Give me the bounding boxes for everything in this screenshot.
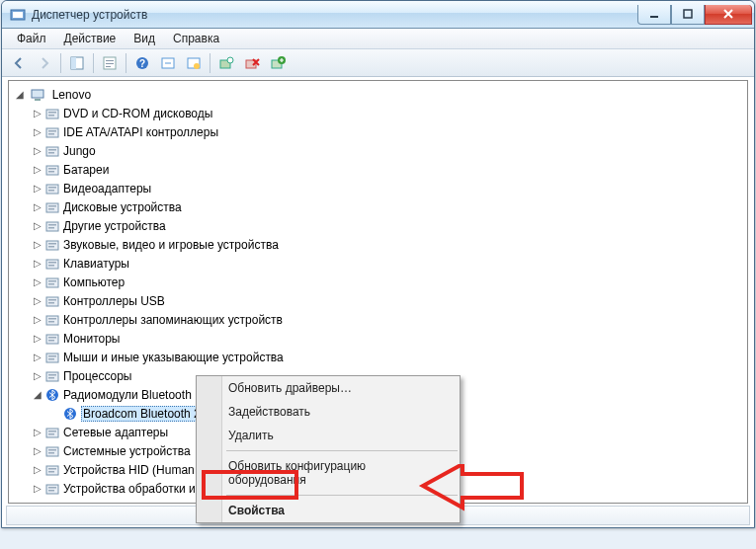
expand-icon[interactable]: ▷ xyxy=(33,349,42,366)
expand-icon[interactable]: ▷ xyxy=(33,442,42,460)
svg-rect-51 xyxy=(48,283,54,285)
help-toolbar-button[interactable]: ? xyxy=(130,51,154,75)
close-button[interactable] xyxy=(705,5,752,25)
svg-rect-39 xyxy=(48,208,54,210)
expand-icon[interactable]: ▷ xyxy=(33,461,42,479)
back-button[interactable] xyxy=(7,51,31,75)
expand-icon[interactable]: ▷ xyxy=(33,274,42,291)
enable-button[interactable] xyxy=(266,51,290,75)
tree-category[interactable]: ▷Контроллеры USB xyxy=(33,291,747,310)
svg-rect-25 xyxy=(46,128,58,137)
ctx-delete[interactable]: Удалить xyxy=(197,424,460,447)
tree-category[interactable]: ▷Компьютер xyxy=(33,273,747,291)
minimize-button[interactable] xyxy=(637,5,671,25)
tree-category[interactable]: ▷Мыши и иные указывающие устройства xyxy=(33,348,747,366)
action-toolbar-button-1[interactable] xyxy=(156,51,180,75)
svg-rect-57 xyxy=(48,321,54,323)
expand-icon[interactable]: ▷ xyxy=(33,367,42,385)
svg-rect-54 xyxy=(48,302,54,304)
expand-icon[interactable]: ▷ xyxy=(33,123,42,141)
category-icon xyxy=(44,368,60,384)
tree-category[interactable]: ▷Мониторы xyxy=(33,329,747,348)
svg-rect-46 xyxy=(46,260,58,269)
expand-icon[interactable]: ◢ xyxy=(33,386,42,404)
menubar: Файл Действие Вид Справка xyxy=(2,29,754,49)
category-icon xyxy=(44,181,60,196)
tree-category[interactable]: ▷IDE ATA/ATAPI контроллеры xyxy=(33,122,747,141)
tree-category[interactable]: ▷Батареи xyxy=(33,160,747,179)
svg-rect-48 xyxy=(48,265,54,267)
menu-file[interactable]: Файл xyxy=(8,30,55,47)
category-icon xyxy=(44,256,60,272)
expand-icon[interactable]: ▷ xyxy=(33,217,42,235)
svg-rect-47 xyxy=(48,262,56,264)
svg-rect-20 xyxy=(32,90,43,98)
svg-rect-70 xyxy=(48,431,56,432)
expand-icon[interactable]: ◢ xyxy=(15,86,25,104)
svg-rect-31 xyxy=(46,166,58,175)
scan-hardware-button[interactable] xyxy=(214,51,238,75)
svg-rect-30 xyxy=(48,152,54,154)
svg-rect-53 xyxy=(48,299,56,301)
maximize-button[interactable] xyxy=(671,5,705,25)
tree-category[interactable]: ▷Клавиатуры xyxy=(33,254,747,273)
tree-category[interactable]: ▷Контроллеры запоминающих устройств xyxy=(33,310,747,329)
expand-icon[interactable]: ▷ xyxy=(33,330,42,348)
category-icon xyxy=(44,124,60,140)
action-toolbar-button-2[interactable] xyxy=(182,51,206,75)
ctx-scan-hardware[interactable]: Обновить конфигурацию оборудования xyxy=(197,454,460,492)
tree-category[interactable]: ▷DVD и CD-ROM дисководы xyxy=(33,104,747,122)
svg-rect-3 xyxy=(684,10,692,18)
ctx-properties[interactable]: Свойства xyxy=(197,499,460,522)
svg-rect-26 xyxy=(48,130,56,132)
svg-rect-44 xyxy=(48,243,56,245)
expand-icon[interactable]: ▷ xyxy=(33,311,42,329)
tree-category[interactable]: ▷Звуковые, видео и игровые устройства xyxy=(33,235,747,254)
window-title: Диспетчер устройств xyxy=(32,8,637,22)
expand-icon[interactable]: ▷ xyxy=(33,424,42,441)
svg-rect-9 xyxy=(106,66,111,67)
tree-category[interactable]: ▷Другие устройства xyxy=(33,216,747,235)
titlebar[interactable]: Диспетчер устройств xyxy=(2,1,754,29)
bluetooth-icon xyxy=(62,406,78,422)
svg-rect-34 xyxy=(46,185,58,194)
svg-rect-41 xyxy=(48,224,56,226)
expand-icon[interactable]: ▷ xyxy=(33,236,42,254)
tree-category[interactable]: ▷Видеоадаптеры xyxy=(33,179,747,197)
expand-icon[interactable]: ▷ xyxy=(33,105,42,122)
category-icon xyxy=(44,237,60,253)
computer-icon xyxy=(30,87,45,103)
bluetooth-icon xyxy=(44,387,60,403)
expand-icon[interactable]: ▷ xyxy=(33,161,42,179)
category-icon xyxy=(44,162,60,178)
expand-icon[interactable]: ▷ xyxy=(33,180,42,197)
svg-rect-65 xyxy=(48,374,56,376)
properties-toolbar-button[interactable] xyxy=(98,51,122,75)
svg-rect-21 xyxy=(35,99,41,101)
svg-rect-64 xyxy=(46,372,58,381)
svg-rect-73 xyxy=(48,449,56,451)
menu-help[interactable]: Справка xyxy=(164,30,228,47)
category-icon xyxy=(44,293,60,309)
show-hide-tree-button[interactable] xyxy=(65,51,89,75)
category-icon xyxy=(44,199,60,215)
svg-rect-43 xyxy=(46,241,58,250)
ctx-enable[interactable]: Задействовать xyxy=(197,400,460,424)
svg-rect-40 xyxy=(46,222,58,231)
expand-icon[interactable]: ▷ xyxy=(33,480,42,498)
expand-icon[interactable]: ▷ xyxy=(33,198,42,216)
svg-rect-79 xyxy=(48,487,56,489)
ctx-update-drivers[interactable]: Обновить драйверы… xyxy=(197,376,460,400)
tree-category[interactable]: ▷Дисковые устройства xyxy=(33,197,747,216)
svg-rect-61 xyxy=(46,353,58,362)
toolbar: ? xyxy=(2,49,754,77)
menu-action[interactable]: Действие xyxy=(55,30,126,47)
expand-icon[interactable]: ▷ xyxy=(33,255,42,273)
category-icon xyxy=(44,462,60,478)
expand-icon[interactable]: ▷ xyxy=(33,292,42,310)
uninstall-button[interactable] xyxy=(240,51,264,75)
expand-icon[interactable]: ▷ xyxy=(33,142,42,160)
forward-button[interactable] xyxy=(33,51,56,75)
tree-category[interactable]: ▷Jungo xyxy=(33,141,747,160)
menu-view[interactable]: Вид xyxy=(125,30,164,47)
